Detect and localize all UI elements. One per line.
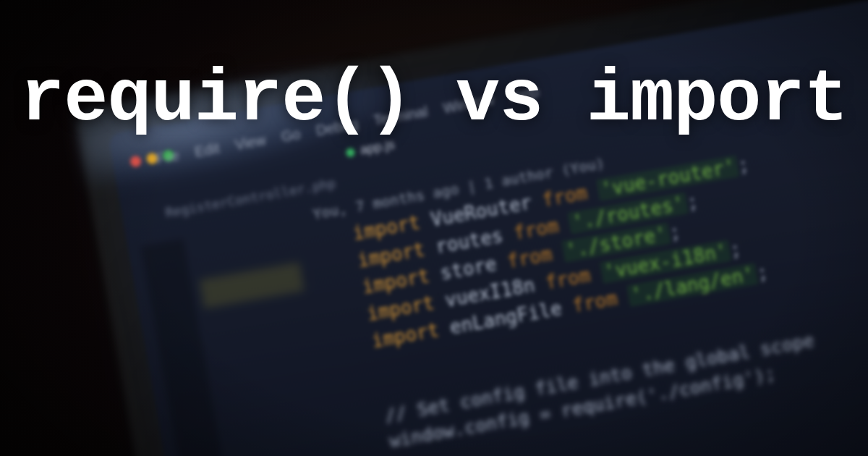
headline-text: require() vs import [0, 58, 868, 142]
menu-item: File [155, 147, 181, 167]
hero-image: FileEditViewGoDebugTerminalWindowHelp ap… [0, 0, 868, 456]
breadcrumb-path: RegisterController.php [164, 175, 336, 220]
code-block-require: // Set config file into the global scope… [383, 328, 821, 455]
code-block-imports: import VueRouter from 'vue-router'; impo… [351, 151, 770, 355]
breadcrumb: RegisterController.php [164, 175, 336, 220]
close-icon [129, 155, 142, 167]
tab-modified-icon [345, 147, 355, 157]
menu-item: Edit [193, 140, 221, 161]
explorer-item [200, 262, 305, 308]
